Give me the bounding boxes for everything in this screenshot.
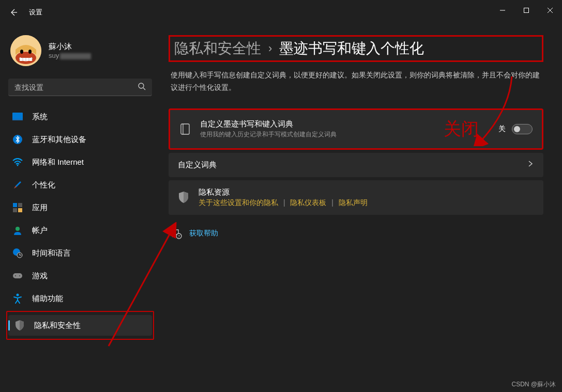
breadcrumb-parent[interactable]: 隐私和安全性 — [174, 39, 261, 58]
sidebar-item-label: 应用 — [32, 203, 48, 213]
watermark: CSDN @蘇小沐 — [511, 380, 556, 389]
sidebar-item-personalization[interactable]: 个性化 — [6, 175, 154, 195]
app-title: 设置 — [29, 8, 42, 17]
sidebar-item-label: 隐私和安全性 — [34, 321, 81, 331]
get-help-row[interactable]: ? 获取帮助 — [169, 218, 543, 249]
link-about-privacy[interactable]: 关于这些设置和你的隐私 — [199, 198, 278, 207]
breadcrumb-current: 墨迹书写和键入个性化 — [279, 39, 424, 58]
sidebar-item-network[interactable]: 网络和 Internet — [6, 152, 154, 173]
sidebar-item-label: 个性化 — [32, 180, 55, 190]
person-icon — [12, 225, 23, 236]
svg-rect-0 — [524, 8, 529, 13]
annotation-nav-highlight: 隐私和安全性 — [6, 311, 154, 340]
back-button[interactable] — [8, 7, 19, 18]
bluetooth-icon — [12, 134, 23, 145]
svg-point-20 — [15, 275, 16, 276]
toggle-switch[interactable] — [512, 124, 533, 134]
link-privacy-statement[interactable]: 隐私声明 — [339, 198, 368, 207]
sidebar-item-label: 系统 — [32, 112, 48, 122]
help-link[interactable]: 获取帮助 — [189, 229, 218, 238]
card-custom-dictionary-toggle: 自定义墨迹书写和键入词典 使用我的键入历史记录和手写模式创建自定义词典 关闭 关 — [169, 108, 543, 150]
paintbrush-icon — [12, 180, 23, 190]
sidebar-item-label: 游戏 — [32, 271, 48, 281]
svg-point-6 — [139, 83, 144, 88]
sidebar-item-accessibility[interactable]: 辅助功能 — [6, 288, 154, 309]
card-privacy-resources: 隐私资源 关于这些设置和你的隐私 | 隐私仪表板 | 隐私声明 — [169, 180, 543, 215]
svg-rect-8 — [12, 119, 23, 120]
sidebar: 蘇小沐 suy 系统 蓝牙和其他设备 网络和 Internet — [0, 25, 160, 392]
link-privacy-dashboard[interactable]: 隐私仪表板 — [290, 198, 326, 207]
svg-point-15 — [16, 227, 20, 231]
dictionary-icon — [179, 123, 191, 135]
resources-links: 关于这些设置和你的隐私 | 隐私仪表板 | 隐私声明 — [199, 198, 534, 208]
svg-point-3 — [20, 50, 23, 54]
sidebar-item-bluetooth[interactable]: 蓝牙和其他设备 — [6, 129, 154, 150]
sidebar-item-privacy[interactable]: 隐私和安全性 — [8, 315, 152, 336]
profile-name: 蘇小沐 — [49, 42, 91, 52]
card-title: 隐私资源 — [199, 187, 534, 197]
card-subtitle: 使用我的键入历史记录和手写模式创建自定义词典 — [200, 130, 434, 139]
toggle-state-label: 关 — [498, 124, 506, 134]
sidebar-item-apps[interactable]: 应用 — [6, 197, 154, 218]
profile-email: suy — [49, 52, 91, 59]
globe-clock-icon — [12, 248, 23, 258]
svg-rect-14 — [18, 208, 22, 212]
close-button[interactable] — [538, 2, 562, 19]
sidebar-item-accounts[interactable]: 帐户 — [6, 220, 154, 241]
page-description: 使用键入和手写信息创建自定义词典，以便更好的建议。如果关闭此设置，则你的词典将被… — [169, 69, 543, 94]
card-title: 自定义墨迹书写和键入词典 — [200, 119, 434, 129]
profile[interactable]: 蘇小沐 suy — [6, 25, 154, 76]
sidebar-item-gaming[interactable]: 游戏 — [6, 265, 154, 286]
maximize-button[interactable] — [514, 2, 538, 19]
card-custom-dictionary-link[interactable]: 自定义词典 — [169, 153, 543, 177]
chevron-right-icon — [527, 160, 534, 169]
svg-rect-23 — [181, 124, 189, 134]
search-input[interactable] — [8, 79, 152, 96]
svg-point-21 — [19, 275, 20, 276]
gamepad-icon — [12, 271, 23, 281]
svg-rect-7 — [12, 113, 23, 120]
titlebar: 设置 — [0, 0, 562, 25]
avatar — [10, 35, 41, 66]
chevron-right-icon: › — [268, 42, 272, 55]
sidebar-item-time-language[interactable]: 时间和语言 — [6, 243, 154, 263]
shield-icon — [178, 192, 189, 203]
search-icon — [138, 82, 146, 92]
sidebar-item-label: 帐户 — [32, 226, 48, 236]
sidebar-item-label: 蓝牙和其他设备 — [32, 135, 86, 145]
sidebar-item-label: 时间和语言 — [32, 248, 71, 258]
svg-point-22 — [17, 294, 19, 296]
shield-icon — [14, 320, 25, 331]
svg-rect-13 — [13, 208, 17, 212]
apps-icon — [12, 202, 23, 213]
sidebar-item-label: 网络和 Internet — [32, 158, 84, 167]
breadcrumb: 隐私和安全性 › 墨迹书写和键入个性化 — [169, 35, 543, 62]
card-title: 自定义词典 — [178, 160, 518, 170]
system-icon — [12, 112, 23, 122]
svg-rect-19 — [13, 273, 22, 278]
svg-point-4 — [28, 50, 32, 54]
sidebar-item-label: 辅助功能 — [32, 294, 63, 304]
svg-rect-11 — [13, 203, 17, 207]
wifi-icon — [12, 157, 23, 167]
svg-text:?: ? — [178, 234, 180, 238]
accessibility-icon — [12, 293, 23, 304]
svg-point-10 — [17, 165, 19, 166]
sidebar-item-system[interactable]: 系统 — [6, 106, 154, 127]
svg-rect-12 — [18, 203, 22, 207]
annotation-close-label: 关闭 — [444, 117, 479, 141]
minimize-button[interactable] — [491, 2, 514, 19]
main-content: 隐私和安全性 › 墨迹书写和键入个性化 使用键入和手写信息创建自定义词典，以便更… — [160, 25, 562, 392]
nav-list: 系统 蓝牙和其他设备 网络和 Internet 个性化 应用 帐户 — [6, 104, 154, 392]
help-chat-icon: ? — [171, 228, 181, 239]
